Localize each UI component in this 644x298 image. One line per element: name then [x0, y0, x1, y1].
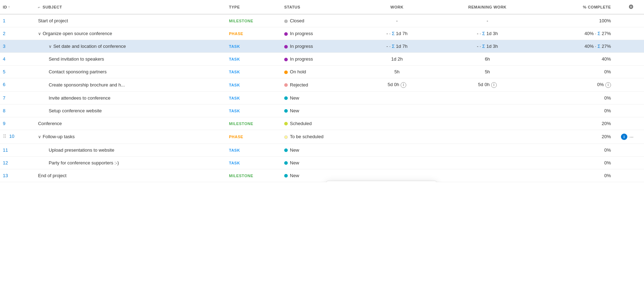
cell-status: Closed — [281, 14, 362, 27]
cell-work — [362, 104, 432, 117]
cell-actions — [618, 104, 644, 117]
cell-subject: ∨Organize open source conference — [35, 27, 226, 40]
subject-text: Start of project — [38, 18, 68, 23]
row-id-link[interactable]: 9 — [3, 121, 5, 126]
type-badge: TASK — [229, 161, 240, 165]
row-id-link[interactable]: 6 — [3, 82, 5, 87]
work-value: 1d 2h — [391, 56, 403, 62]
header-remaining[interactable]: REMAINING WORK — [432, 0, 543, 14]
row-id-link[interactable]: 1 — [3, 18, 5, 23]
cell-id: 6 — [0, 78, 35, 91]
cell-complete: 20% — [543, 130, 618, 144]
row-id-link[interactable]: 13 — [3, 173, 8, 178]
type-badge: PHASE — [229, 32, 243, 36]
complete-value: 40% · Σ 27% — [584, 31, 611, 36]
cell-complete: 0% — [543, 144, 618, 156]
row-id-link[interactable]: 4 — [3, 56, 5, 62]
cell-actions — [618, 156, 644, 169]
cell-type: MILESTONE — [226, 14, 281, 27]
complete-value: 40% — [602, 56, 611, 62]
cell-work — [362, 117, 432, 130]
header-id[interactable]: ID ↑ — [0, 0, 35, 14]
row-id-link[interactable]: 8 — [3, 108, 5, 113]
row-id-link[interactable]: 11 — [3, 147, 8, 153]
collapse-arrow-icon[interactable]: ∨ — [38, 134, 41, 139]
cell-work — [362, 144, 432, 156]
header-subject[interactable]: ⌐ SUBJECT — [35, 0, 226, 14]
complete-value: 0% — [604, 95, 611, 101]
table-row[interactable]: 7Invite attendees to conferenceTASKNew0% — [0, 91, 644, 104]
table-row[interactable]: 11Upload presentations to websiteTASKNew… — [0, 144, 644, 156]
cell-subject: Upload presentations to website — [35, 144, 226, 156]
table-row[interactable]: 1Start of projectMILESTONEClosed--100% — [0, 14, 644, 27]
cell-actions — [618, 40, 644, 53]
table-row[interactable]: 13End of projectMILESTONENew0% — [0, 169, 644, 182]
status-dot-icon — [284, 135, 288, 139]
cell-subject: ∨Set date and location of conference — [35, 40, 226, 53]
cell-subject: Setup conference website — [35, 104, 226, 117]
status-text: Scheduled — [290, 121, 312, 126]
row-id-link[interactable]: 10 — [9, 134, 14, 139]
work-info-icon[interactable]: i — [401, 82, 406, 88]
header-settings[interactable]: ⚙ — [618, 0, 644, 14]
complete-info-icon[interactable]: i — [605, 82, 611, 88]
status-text: To be scheduled — [290, 134, 324, 139]
subject-text: Setup conference website — [49, 108, 102, 113]
collapse-arrow-icon[interactable]: ∨ — [49, 44, 52, 49]
settings-icon[interactable]: ⚙ — [628, 4, 634, 10]
cell-actions — [618, 66, 644, 78]
row-id-link[interactable]: 2 — [3, 31, 5, 36]
cell-status: New — [281, 91, 362, 104]
cell-type: TASK — [226, 40, 281, 53]
header-type[interactable]: TYPE — [226, 0, 281, 14]
table-row[interactable]: 6Create sponsorship brochure and h...TAS… — [0, 78, 644, 92]
row-id-link[interactable]: 5 — [3, 69, 5, 74]
collapse-arrow-icon[interactable]: ∨ — [38, 31, 41, 36]
subject-text: Create sponsorship brochure and h... — [49, 82, 125, 88]
table-row[interactable]: ⠿10∨Follow-up tasksPHASETo be scheduled2… — [0, 130, 644, 144]
status-text: Rejected — [290, 82, 308, 88]
table-header-row: ID ↑ ⌐ SUBJECT TYPE STATUS WO — [0, 0, 644, 14]
sort-arrow-id: ↑ — [8, 5, 10, 9]
table-row[interactable]: 4Send invitation to speakersTASKIn progr… — [0, 53, 644, 66]
table-row[interactable]: 2∨Organize open source conferencePHASEIn… — [0, 27, 644, 40]
cell-work: 1d 2h — [362, 53, 432, 66]
table-row[interactable]: 12Party for conference supporters :-)TAS… — [0, 156, 644, 169]
status-dot-icon — [284, 109, 288, 113]
cell-subject: Invite attendees to conference — [35, 91, 226, 104]
header-status[interactable]: STATUS — [281, 0, 362, 14]
table-row[interactable]: 3∨Set date and location of conferenceTAS… — [0, 40, 644, 53]
remaining-value: - — [486, 18, 488, 23]
sigma-icon: Σ — [598, 31, 600, 36]
cell-remaining — [432, 144, 543, 156]
remaining-info-icon[interactable]: i — [491, 82, 497, 88]
drag-handle-icon[interactable]: ⠿ — [3, 134, 6, 139]
row-id-link[interactable]: 7 — [3, 95, 5, 101]
cell-status: Rejected — [281, 78, 362, 92]
row-id-link[interactable]: 3 — [3, 44, 5, 49]
cell-type: TASK — [226, 156, 281, 169]
cell-status: To be scheduled — [281, 130, 362, 144]
row-info-button[interactable]: i — [621, 134, 627, 140]
status-text: In progress — [290, 56, 313, 62]
table-row[interactable]: 9ConferenceMILESTONEScheduled20% — [0, 117, 644, 130]
header-complete[interactable]: % COMPLETE — [543, 0, 618, 14]
cell-work: 5d 0hi — [362, 78, 432, 92]
table-row[interactable]: 8Setup conference websiteTASKNew0% — [0, 104, 644, 117]
sigma-icon: Σ — [482, 31, 485, 36]
header-work[interactable]: WORK — [362, 0, 432, 14]
row-more-button[interactable]: ··· — [629, 134, 634, 140]
cell-status: On hold — [281, 66, 362, 78]
row-id-link[interactable]: 12 — [3, 160, 8, 165]
cell-status: New — [281, 144, 362, 156]
cell-work — [362, 91, 432, 104]
cell-work — [362, 169, 432, 182]
table-row[interactable]: 5Contact sponsoring partnersTASKOn hold5… — [0, 66, 644, 78]
subject-text: Set date and location of conference — [53, 44, 126, 49]
cell-subject: Start of project — [35, 14, 226, 27]
complete-value: 0% — [604, 147, 611, 153]
status-text: On hold — [290, 69, 306, 74]
type-badge: TASK — [229, 83, 240, 87]
status-text: Closed — [290, 18, 304, 23]
cell-actions — [618, 14, 644, 27]
